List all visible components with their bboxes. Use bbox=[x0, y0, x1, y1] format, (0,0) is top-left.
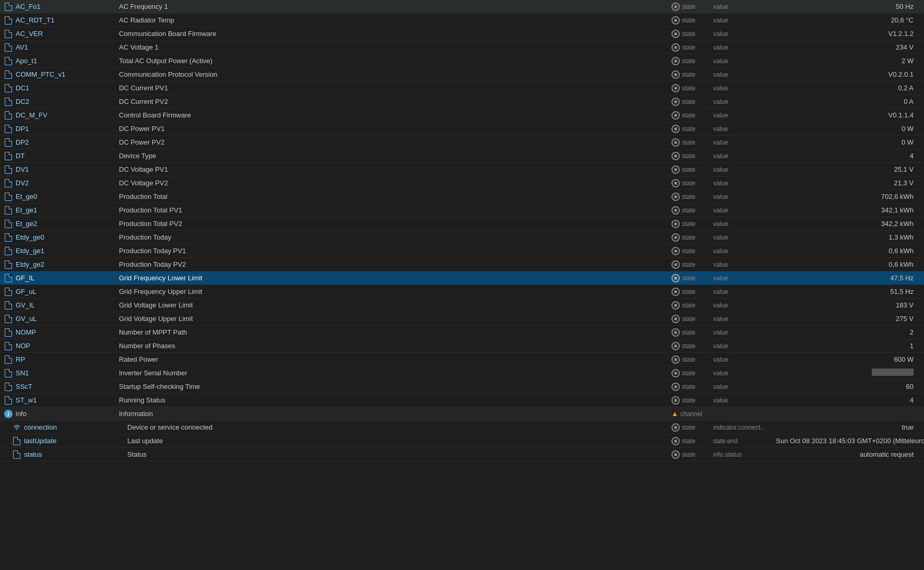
table-row[interactable]: DTDevice Typestatevalue4 bbox=[0, 149, 924, 163]
table-row[interactable]: Etdy_ge0Production Todaystatevalue1,3 kW… bbox=[0, 231, 924, 244]
row-id: Et_ge2 bbox=[15, 220, 119, 228]
row-value: V0.1.1.4 bbox=[776, 111, 922, 119]
row-id: DP1 bbox=[15, 125, 119, 133]
table-row[interactable]: lastUpdateLast updatestatedate.endSun Oc… bbox=[0, 434, 924, 448]
row-info-type: value bbox=[713, 152, 776, 160]
table-row[interactable]: GV_uLGrid Voltage Upper Limitstatevalue2… bbox=[0, 312, 924, 326]
row-info-type: value bbox=[713, 302, 776, 309]
row-type-label: state bbox=[682, 451, 695, 458]
row-info-type: value bbox=[713, 98, 776, 105]
table-row[interactable]: connectionDevice or service connectedsta… bbox=[0, 421, 924, 434]
row-type-label: state bbox=[682, 71, 695, 78]
table-row[interactable]: NOMPNumber of MPPT Pathstatevalue2 bbox=[0, 326, 924, 339]
file-icon bbox=[2, 125, 15, 133]
table-row[interactable]: Etdy_ge2Production Today PV2statevalue0,… bbox=[0, 258, 924, 271]
row-id: GV_uL bbox=[15, 315, 119, 323]
table-row[interactable]: DP1DC Power PV1statevalue0 W bbox=[0, 122, 924, 136]
table-row[interactable]: DV1DC Voltage PV1statevalue25,1 V bbox=[0, 163, 924, 176]
row-id: Apo_t1 bbox=[15, 57, 119, 65]
row-description: AC Frequency 1 bbox=[119, 3, 671, 10]
row-description: Startup Self-checking Time bbox=[119, 383, 671, 390]
table-row[interactable]: DV2DC Voltage PV2statevalue21,3 V bbox=[0, 176, 924, 190]
file-icon bbox=[2, 84, 15, 92]
table-row[interactable]: AV1AC Voltage 1statevalue234 V bbox=[0, 41, 924, 54]
row-description: DC Current PV1 bbox=[119, 84, 671, 92]
row-id: AV1 bbox=[15, 43, 119, 51]
row-id: AC_RDT_T1 bbox=[15, 16, 119, 24]
row-info-type: value bbox=[713, 17, 776, 24]
row-value: 21,3 V bbox=[776, 179, 922, 187]
row-info-type: value bbox=[713, 342, 776, 350]
row-id: Etdy_ge2 bbox=[15, 260, 119, 268]
row-value: 60 bbox=[776, 383, 922, 390]
row-info-type: value bbox=[713, 247, 776, 255]
row-id: AC_VER bbox=[15, 30, 119, 38]
row-type-label: state bbox=[682, 275, 695, 282]
table-row[interactable]: Etdy_ge1Production Today PV1statevalue0,… bbox=[0, 244, 924, 258]
table-row[interactable]: ST_w1Running Statusstatevalue4 bbox=[0, 394, 924, 407]
row-type-label: state bbox=[682, 261, 695, 268]
row-type-icon: state bbox=[671, 301, 713, 310]
row-type-icon: state bbox=[671, 328, 713, 337]
row-description: Control Board Firmware bbox=[119, 111, 671, 119]
table-row[interactable]: SN1Inverter Serial Numberstatevalue bbox=[0, 366, 924, 380]
row-type-label: state bbox=[682, 44, 695, 51]
table-row[interactable]: RPRated Powerstatevalue600 W bbox=[0, 353, 924, 366]
row-type-icon: state bbox=[671, 125, 713, 133]
row-type-label: state bbox=[682, 57, 695, 65]
table-row[interactable]: Et_ge1Production Total PV1statevalue342,… bbox=[0, 204, 924, 217]
file-icon bbox=[10, 437, 23, 445]
table-row[interactable]: COMM_PTC_v1Communication Protocol Versio… bbox=[0, 68, 924, 81]
table-row[interactable]: NOPNumber of Phasesstatevalue1 bbox=[0, 339, 924, 353]
row-value: 342,1 kWh bbox=[776, 206, 922, 214]
row-id: info bbox=[15, 410, 119, 418]
table-row[interactable]: DC_M_FVControl Board FirmwarestatevalueV… bbox=[0, 109, 924, 122]
row-value: V1.2.1.2 bbox=[776, 30, 922, 38]
row-value: 0,6 kWh bbox=[776, 260, 922, 268]
table-row[interactable]: SScTStartup Self-checking Timestatevalue… bbox=[0, 380, 924, 394]
table-row[interactable]: Et_ge2Production Total PV2statevalue342,… bbox=[0, 217, 924, 231]
row-id: NOP bbox=[15, 342, 119, 350]
row-info-type: value bbox=[713, 207, 776, 214]
row-value: Sun Oct 08 2023 18:45:03 GMT+0200 (Mitte… bbox=[776, 437, 922, 445]
row-id: lastUpdate bbox=[23, 437, 127, 445]
file-icon bbox=[2, 57, 15, 65]
table-row[interactable]: statusStatusstateinfo.statusautomatic re… bbox=[0, 448, 924, 461]
table-row[interactable]: AC_RDT_T1AC Radiator Tempstatevalue20,6 … bbox=[0, 14, 924, 27]
table-row[interactable]: AC_Fo1AC Frequency 1statevalue50 Hz bbox=[0, 0, 924, 14]
row-id: GF_uL bbox=[15, 288, 119, 295]
row-info-type: value bbox=[713, 3, 776, 10]
row-value: 183 V bbox=[776, 301, 922, 309]
row-type-icon: state bbox=[671, 450, 713, 459]
table-row[interactable]: DC1DC Current PV1statevalue0,2 A bbox=[0, 81, 924, 95]
table-row[interactable]: GV_ILGrid Voltage Lower Limitstatevalue1… bbox=[0, 299, 924, 312]
row-value: 234 V bbox=[776, 43, 922, 51]
row-type-label: state bbox=[682, 139, 695, 146]
row-value: 342,2 kWh bbox=[776, 220, 922, 228]
row-id: DP2 bbox=[15, 138, 119, 146]
row-type-icon: state bbox=[671, 3, 713, 11]
row-type-icon: state bbox=[671, 70, 713, 79]
row-type-icon: state bbox=[671, 437, 713, 445]
row-id: DT bbox=[15, 152, 119, 160]
table-row[interactable]: DC2DC Current PV2statevalue0 A bbox=[0, 95, 924, 109]
row-type-label: state bbox=[682, 3, 695, 10]
row-info-type: value bbox=[713, 44, 776, 51]
file-icon bbox=[2, 16, 15, 25]
table-row[interactable]: DP2DC Power PV2statevalue0 W bbox=[0, 136, 924, 149]
row-value: 0 A bbox=[776, 98, 922, 105]
file-icon bbox=[2, 193, 15, 201]
row-value: 51,5 Hz bbox=[776, 288, 922, 295]
table-row[interactable]: iinfoInformation▲channel bbox=[0, 407, 924, 421]
row-value: 20,6 °C bbox=[776, 16, 922, 24]
table-row[interactable]: AC_VERCommunication Board Firmwarestatev… bbox=[0, 27, 924, 41]
table-row[interactable]: GF_uLGrid Frequency Upper Limitstatevalu… bbox=[0, 285, 924, 299]
row-type-icon: state bbox=[671, 84, 713, 92]
table-row[interactable]: Et_ge0Production Totalstatevalue702,6 kW… bbox=[0, 190, 924, 204]
file-icon bbox=[2, 301, 15, 310]
table-row[interactable]: Apo_t1Total AC Output Power (Active)stat… bbox=[0, 54, 924, 68]
row-value: 1 bbox=[776, 342, 922, 350]
row-value: 47,5 Hz bbox=[776, 274, 922, 282]
table-row[interactable]: GF_ILGrid Frequency Lower Limitstatevalu… bbox=[0, 271, 924, 285]
row-info-type: value bbox=[713, 30, 776, 38]
